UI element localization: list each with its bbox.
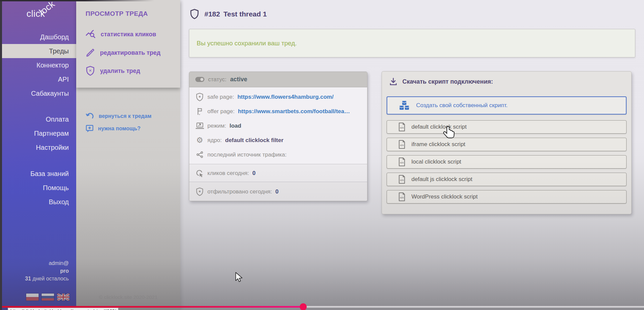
- traffic-source-row: последний источник трафика:: [189, 147, 367, 162]
- click-cursor-icon: [196, 169, 204, 177]
- edit-thread-label: редактировать тред: [100, 49, 160, 56]
- code-file-icon: </>: [398, 157, 406, 167]
- svg-text:</>: </>: [400, 126, 404, 129]
- default-script-label: default clicklock script: [411, 124, 466, 130]
- click-stats-action[interactable]: статистика кликов: [86, 28, 156, 40]
- status-label: статус:: [208, 76, 227, 83]
- iframe-script-label: iframe clicklock script: [411, 141, 465, 148]
- success-alert-text: Вы успешно сохранили ваш тред.: [197, 40, 297, 47]
- success-alert: Вы успешно сохранили ваш тред.: [189, 29, 635, 57]
- svg-text:✕: ✕: [89, 69, 92, 73]
- nav-group-account: Оплата Партнерам Настройки: [0, 112, 76, 154]
- create-own-script-button[interactable]: Создать свой собственный скрипт.: [387, 96, 627, 115]
- status-value: active: [230, 76, 247, 83]
- offer-page-row: offer page: https://www.smartbets.com/fo…: [189, 104, 367, 119]
- copyright-text: © clicklock.site 2020-2021: [76, 294, 180, 300]
- code-file-icon: </>: [398, 192, 406, 202]
- clicklock-logo[interactable]: clicklock: [27, 9, 61, 19]
- sidebar-item-logout[interactable]: Выход: [0, 195, 76, 209]
- core-row: ⚙ ядро: default clicklock filter: [189, 133, 367, 147]
- filtered-today-label: отфильтровано сегодня:: [207, 188, 272, 195]
- thread-name: Test thread 1: [224, 10, 267, 18]
- wordpress-script-button[interactable]: </> WordPress clicklock script: [387, 190, 627, 204]
- sidebar-item-subaccounts[interactable]: Сабакаунты: [0, 86, 76, 100]
- mode-row: режим: load: [189, 119, 367, 133]
- svg-text:★: ★: [198, 94, 201, 98]
- share-icon: [196, 151, 203, 158]
- account-info: admin@ pro 31 дней осталось: [0, 259, 76, 282]
- need-help-link[interactable]: нужна помощь?: [86, 124, 141, 134]
- sidebar-item-settings[interactable]: Настройки: [0, 140, 76, 154]
- offer-page-label: offer page:: [207, 108, 235, 115]
- code-file-icon: </>: [398, 140, 406, 149]
- sidebar-item-api[interactable]: API: [0, 72, 76, 86]
- shield-icon: [190, 9, 199, 19]
- code-file-icon: </>: [398, 175, 406, 184]
- video-left-edge: [0, 0, 2, 310]
- thread-id: #182: [204, 10, 220, 18]
- iframe-script-button[interactable]: </> iframe clicklock script: [387, 138, 627, 151]
- filtered-today-section: ★ отфильтровано сегодня: 0: [189, 182, 367, 201]
- sidebar-item-knowledge-base[interactable]: База знаний: [0, 167, 76, 181]
- wordpress-script-label: WordPress clicklock script: [411, 193, 478, 200]
- sidebar-item-connector[interactable]: Коннектор: [0, 58, 76, 72]
- click-stats-icon: [86, 30, 96, 39]
- safe-page-label: safe page:: [207, 94, 234, 100]
- local-script-label: local clicklock script: [411, 159, 461, 165]
- offer-page-link[interactable]: https://www.smartbets.com/football/tea…: [238, 108, 350, 115]
- russia-flag-icon[interactable]: [42, 294, 54, 301]
- account-email: admin@: [0, 259, 69, 267]
- video-progress-remaining[interactable]: [304, 306, 644, 308]
- traffic-source-label: последний источник трафика:: [207, 151, 287, 158]
- delete-thread-label: удалить тред: [100, 68, 140, 75]
- thread-submenu-column: ПРОСМОТР ТРЕДА статистика кликов редакти…: [76, 0, 180, 310]
- svg-text:</>: </>: [400, 161, 404, 164]
- flag-icon: [196, 107, 203, 116]
- nav-group-main: Дашборд Треды Коннектор API Сабакаунты: [0, 30, 76, 100]
- default-script-button[interactable]: </> default clicklock script: [387, 120, 627, 134]
- svg-text:</>: </>: [400, 196, 404, 199]
- progress-handle[interactable]: [300, 303, 307, 310]
- sidebar-item-partners[interactable]: Партнерам: [0, 126, 76, 140]
- laptop-icon: [196, 122, 204, 129]
- sidebar-item-help[interactable]: Помощь: [0, 181, 76, 195]
- clicks-today-value: 0: [252, 170, 255, 177]
- default-js-script-button[interactable]: </> default js clicklock script: [387, 173, 627, 186]
- mode-label: режим:: [207, 123, 226, 129]
- uk-flag-icon[interactable]: [57, 294, 69, 301]
- edit-thread-action[interactable]: редактировать тред: [86, 47, 160, 59]
- sidebar: clicklock Дашборд Треды Коннектор API Са…: [0, 0, 76, 310]
- shield-star-icon: ★: [196, 187, 204, 196]
- cubes-icon: [398, 100, 410, 110]
- account-plan: pro: [0, 267, 69, 275]
- download-icon: [389, 78, 397, 86]
- core-value: default clicklock filter: [225, 137, 284, 144]
- thread-status-card: статус: active ★ safe page: https://www.…: [189, 72, 367, 201]
- gear-icon: ⚙: [196, 136, 203, 144]
- language-switcher: [26, 294, 69, 301]
- clicks-today-row: кликов сегодня: 0: [189, 166, 255, 180]
- page-title: #182 Test thread 1: [204, 10, 267, 18]
- click-stats-label: статистика кликов: [101, 31, 156, 38]
- sidebar-item-dashboard[interactable]: Дашборд: [0, 30, 76, 44]
- back-to-threads-label: вернуться к тредам: [99, 113, 151, 119]
- delete-thread-action[interactable]: ✕ удалить тред: [86, 65, 140, 77]
- svg-text:</>: </>: [400, 179, 404, 182]
- sidebar-item-payment[interactable]: Оплата: [0, 112, 76, 126]
- core-label: ядро:: [207, 137, 222, 144]
- filtered-today-row: ★ отфильтровано сегодня: 0: [189, 184, 279, 199]
- account-days-left: 31 дней осталось: [0, 275, 69, 282]
- local-script-button[interactable]: </> local clicklock script: [387, 155, 627, 169]
- safe-page-row: ★ safe page: https://www.flowers4hamburg…: [189, 90, 367, 104]
- poland-flag-icon[interactable]: [26, 294, 39, 301]
- mode-value: load: [230, 123, 241, 129]
- safe-page-link[interactable]: https://www.flowers4hamburg.com/: [237, 94, 334, 100]
- clicks-today-section: кликов сегодня: 0: [189, 164, 367, 182]
- back-to-threads-link[interactable]: вернуться к тредам: [86, 111, 151, 121]
- filtered-today-value: 0: [275, 188, 278, 195]
- video-progress-bar[interactable]: [0, 306, 304, 308]
- svg-text:</>: </>: [400, 144, 404, 147]
- sidebar-item-threads[interactable]: Треды: [0, 44, 76, 58]
- download-title-text: Скачать скрипт подключения:: [402, 78, 493, 85]
- shield-star-icon: ★: [196, 93, 204, 101]
